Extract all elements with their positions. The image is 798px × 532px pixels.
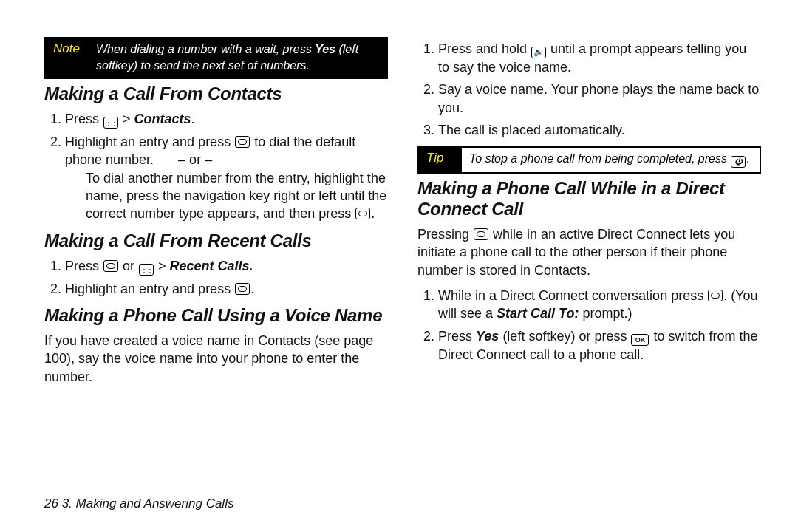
left-column: Note When dialing a number with a wait, … bbox=[44, 37, 388, 393]
heading-voicename: Making a Phone Call Using a Voice Name bbox=[44, 305, 388, 326]
steps-contacts: Press > Contacts. Highlight an entry and… bbox=[44, 110, 388, 222]
step: Press or > Recent Calls. bbox=[65, 257, 388, 276]
page-number: 26 bbox=[44, 497, 58, 511]
call-icon bbox=[235, 136, 250, 148]
call-icon bbox=[355, 208, 370, 219]
heading-dc: Making a Phone Call While in a Direct Co… bbox=[417, 178, 761, 219]
right-column: Press and hold until a prompt appears te… bbox=[417, 37, 761, 393]
step: While in a Direct Connect conversation p… bbox=[438, 287, 761, 323]
voicename-intro: If you have created a voice name in Cont… bbox=[44, 332, 388, 386]
step: Highlight an entry and press . bbox=[65, 280, 388, 298]
page-footer: 26 3. Making and Answering Calls bbox=[44, 497, 233, 511]
note-callout: Note When dialing a number with a wait, … bbox=[44, 37, 388, 79]
tip-label: Tip bbox=[419, 148, 462, 172]
dc-intro: Pressing while in an active Direct Conne… bbox=[417, 225, 761, 279]
steps-recent: Press or > Recent Calls. Highlight an en… bbox=[44, 257, 388, 298]
speaker-icon bbox=[531, 47, 546, 58]
call-icon bbox=[235, 283, 250, 295]
note-body: When dialing a number with a wait, press… bbox=[89, 38, 386, 78]
call-icon bbox=[708, 290, 723, 301]
steps-voicename: Press and hold until a prompt appears te… bbox=[417, 40, 761, 139]
end-icon bbox=[731, 156, 746, 168]
tip-body: To stop a phone call from being complete… bbox=[462, 148, 760, 172]
heading-recent: Making a Call From Recent Calls bbox=[44, 231, 388, 251]
step: Press and hold until a prompt appears te… bbox=[438, 40, 761, 76]
steps-dc: While in a Direct Connect conversation p… bbox=[417, 287, 761, 364]
heading-contacts: Making a Call From Contacts bbox=[44, 83, 388, 104]
or-divider: – or – bbox=[178, 152, 212, 167]
step: Press Yes (left softkey) or press to swi… bbox=[438, 327, 761, 364]
step: Highlight an entry and press to dial the… bbox=[65, 133, 388, 222]
call-icon bbox=[474, 228, 488, 240]
note-label: Note bbox=[46, 38, 89, 78]
step: The call is placed automatically. bbox=[438, 121, 761, 139]
ok-icon bbox=[631, 334, 649, 346]
step: Say a voice name. Your phone plays the n… bbox=[438, 81, 761, 117]
menu-icon bbox=[139, 264, 154, 276]
tip-callout: Tip To stop a phone call from being comp… bbox=[417, 146, 761, 174]
call-icon bbox=[103, 260, 118, 272]
chapter-title: 3. Making and Answering Calls bbox=[62, 497, 234, 511]
step: Press > Contacts. bbox=[65, 110, 388, 129]
alt-instruction: To dial another number from the entry, h… bbox=[86, 169, 388, 223]
menu-icon bbox=[103, 117, 118, 129]
